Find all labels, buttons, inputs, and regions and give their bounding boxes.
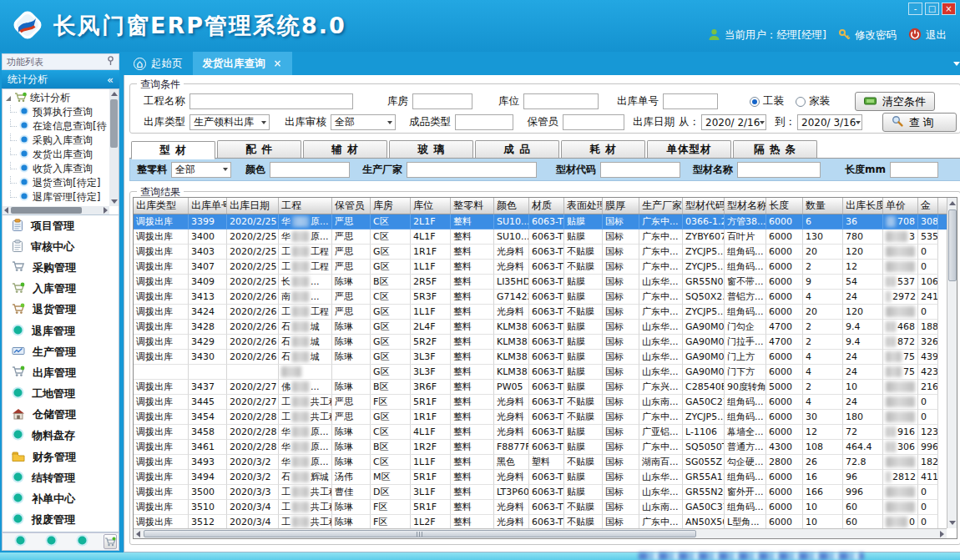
table-row[interactable]: 调拨出库34582020/2/28华原...陈琳C区4L1F整料光身料6063-…	[134, 425, 957, 440]
product-type-input[interactable]	[455, 114, 513, 130]
column-header[interactable]: 库位	[411, 198, 451, 214]
factory-input[interactable]	[407, 162, 537, 178]
whole-part-select[interactable]: 全部	[171, 162, 231, 178]
tree-item[interactable]: 预算执行查询	[3, 105, 119, 119]
table-row[interactable]: 调拨出库34282020/2/26石城陈琳G区2L4F整料KLM38176063…	[134, 320, 957, 335]
column-header[interactable]: 生产厂家	[639, 198, 683, 214]
table-row[interactable]: 调拨出库33992020/2/25华原...严思C区2L1F整料SU10...6…	[134, 214, 957, 230]
tree-item[interactable]: 收货入库查询	[3, 162, 119, 176]
grid-hscroll-thumb[interactable]	[144, 530, 696, 537]
dot-icon[interactable]	[45, 534, 58, 550]
tree-item[interactable]: 退库管理[待定]	[3, 190, 119, 204]
tab-close-icon[interactable]: ×	[274, 58, 282, 69]
menu-item[interactable]: 出库管理	[3, 362, 119, 383]
column-header[interactable]: 保管员	[332, 198, 371, 214]
location-input[interactable]	[523, 93, 599, 109]
column-header[interactable]: 材质	[529, 198, 564, 214]
menu-item[interactable]: 工地管理	[3, 384, 119, 405]
scroll-down-icon[interactable]	[111, 199, 118, 204]
material-tab[interactable]: 单体型材	[647, 140, 731, 158]
date-from-select[interactable]: 2020/ 2/16	[701, 114, 766, 130]
column-header[interactable]: 出库长度	[843, 198, 883, 214]
menu-item[interactable]: 结转管理	[3, 467, 119, 488]
maximize-button[interactable]: □	[925, 3, 939, 15]
tree-item[interactable]: 在途信息查询[待	[3, 119, 119, 134]
column-header[interactable]: 库房	[371, 198, 411, 214]
material-tab[interactable]: 耗 材	[561, 140, 645, 158]
column-header[interactable]: 工程	[279, 198, 332, 214]
material-tab[interactable]: 配 件	[217, 140, 301, 158]
length-input[interactable]	[890, 162, 938, 178]
audit-select[interactable]: 全部	[331, 114, 396, 130]
collapse-icon[interactable]: «	[107, 73, 114, 86]
warehouse-input[interactable]	[412, 93, 472, 109]
out-type-select[interactable]: 生产领料出库	[189, 114, 270, 130]
grid-vertical-scrollbar[interactable]	[947, 198, 957, 528]
scroll-left-icon[interactable]	[4, 207, 8, 214]
color-input[interactable]	[270, 162, 350, 178]
tree-item[interactable]: 发货出库查询	[3, 148, 119, 162]
tree-root-statistics[interactable]: 统计分析	[3, 89, 119, 105]
dot-icon[interactable]	[76, 534, 88, 550]
clear-conditions-button[interactable]: 清空条件	[855, 92, 935, 111]
material-tab[interactable]: 成 品	[475, 140, 559, 158]
menu-item[interactable]: 补单中心	[3, 488, 119, 509]
column-header[interactable]: 长度	[766, 198, 803, 214]
menu-item[interactable]: 生产管理	[3, 341, 119, 362]
tree-vertical-scrollbar[interactable]	[109, 89, 119, 206]
close-button[interactable]: ×	[942, 3, 956, 15]
menu-item[interactable]: 项目管理	[3, 215, 119, 236]
table-row[interactable]: 调拨出库34072020/2/25工工程严思G区1L1F整料光身料6063-T5…	[134, 260, 957, 275]
tree-expander-icon[interactable]	[6, 96, 11, 101]
tree-item[interactable]: 退货查询[待定]	[3, 176, 119, 190]
order-no-input[interactable]	[663, 93, 718, 109]
grid-vscroll-thumb[interactable]	[948, 209, 957, 281]
grid-horizontal-scrollbar[interactable]	[134, 528, 947, 538]
menu-item[interactable]: 退货管理	[3, 300, 119, 320]
profile-name-input[interactable]	[737, 162, 821, 178]
minimize-button[interactable]: -	[908, 3, 922, 15]
dot-icon[interactable]	[14, 534, 27, 550]
keeper-input[interactable]	[563, 114, 624, 130]
table-row[interactable]: 调拨出库34002020/2/25华原...严思C区4L1F整料SU10...6…	[134, 230, 957, 245]
table-row[interactable]: 调拨出库34292020/2/26石城陈琳G区5R2F整料KLM38176063…	[134, 335, 957, 350]
column-header[interactable]: 膜厚	[603, 198, 639, 214]
scroll-right-icon[interactable]	[104, 207, 108, 214]
menu-item[interactable]: 退库管理	[3, 320, 119, 341]
menu-item[interactable]: 物料盘存	[3, 426, 119, 446]
table-row[interactable]: 调拨出库34932020/3/2华原...陈琳C区1L1F整料黑色塑料不贴膜国标…	[134, 455, 957, 470]
radio-jiazhuang[interactable]	[796, 97, 806, 107]
column-header[interactable]: 数量	[803, 198, 843, 214]
menu-item[interactable]: 采购管理	[3, 257, 119, 278]
tree-horizontal-scrollbar[interactable]	[3, 206, 109, 214]
scroll-left-icon[interactable]	[136, 531, 140, 537]
search-button[interactable]: 查 询	[882, 113, 957, 132]
table-row[interactable]: 调拨出库34452020/2/27工共工程严思F区5R1F整料光身料6063-T…	[134, 395, 957, 410]
table-row[interactable]: 调拨出库35102020/3/4工共工程陈琳F区5R1F整料光身料6063-T5…	[134, 500, 957, 515]
table-row[interactable]: 调拨出库35002020/3/3工共工程曹佳D区3L1F整料LT3P606063…	[134, 485, 957, 500]
tree-hscroll-thumb[interactable]	[11, 207, 82, 214]
tree-item[interactable]: 采购入库查询	[3, 134, 119, 148]
table-row[interactable]: 调拨出库34032020/2/25工工程严思G区1R1F整料光身料6063-T5…	[134, 245, 957, 260]
bottom-cart-button[interactable]	[104, 534, 117, 549]
column-header[interactable]: 型材代码	[683, 198, 725, 214]
table-row[interactable]: 调拨出库34132020/2/26南...严思C区5R3F整料G71422606…	[134, 290, 957, 305]
table-row[interactable]: 调拨出库34612020/2/28华原...陈琳B区1R2F整料F8877FT6…	[134, 440, 957, 455]
table-row[interactable]: G区3L3F整料KLM38176063-T5贴膜国标山东华...GA90M09.…	[134, 365, 957, 380]
table-row[interactable]: 调拨出库34092020/2/25长...陈琳B区2R5F整料LI35HD606…	[134, 275, 957, 290]
pin-icon[interactable]	[107, 56, 114, 68]
scroll-up-icon[interactable]	[949, 201, 956, 205]
column-header[interactable]: 型材名称	[725, 198, 766, 214]
date-to-select[interactable]: 2020/ 3/16	[797, 114, 862, 130]
menu-item[interactable]: 仓储管理	[3, 405, 119, 426]
tab-shipping-outbound-query[interactable]: 发货出库查询 ×	[193, 52, 292, 75]
sidebar-section-header[interactable]: 统计分析 «	[2, 70, 119, 88]
material-tab[interactable]: 隔 热 条	[733, 140, 817, 158]
menu-item[interactable]: 审核中心	[3, 236, 119, 257]
column-header[interactable]: 颜色	[494, 198, 529, 214]
tabbar-dropdown-icon[interactable]	[953, 62, 960, 66]
material-tab[interactable]: 辅 材	[303, 140, 387, 158]
column-header[interactable]: 出库类型	[134, 198, 189, 214]
tree-scroll-thumb[interactable]	[110, 99, 118, 148]
project-name-input[interactable]	[189, 93, 353, 109]
